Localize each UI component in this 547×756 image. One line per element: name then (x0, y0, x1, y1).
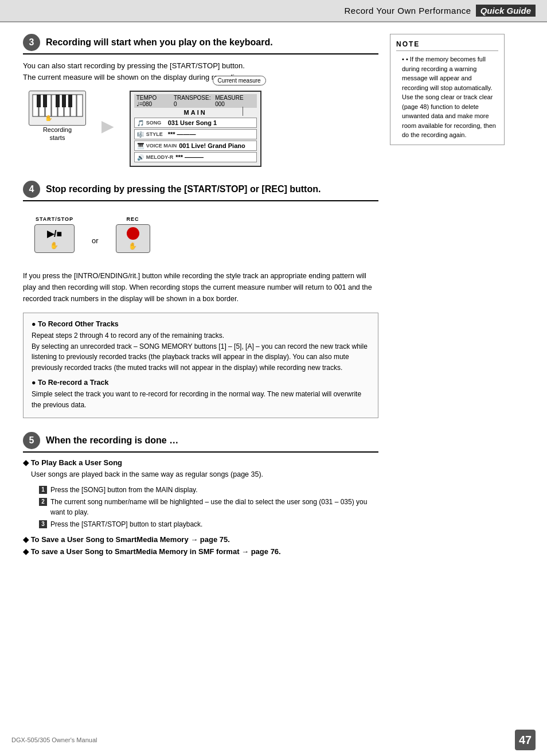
measure-callout: Current measure (213, 76, 266, 85)
keyboard-diagram: ✋ Recording starts (29, 91, 86, 142)
sub3-heading: To save a User Song to SmartMedia Memory… (23, 547, 378, 556)
svg-text:✋: ✋ (45, 114, 53, 121)
start-stop-button-diagram: START/STOP ▶/■ ✋ (34, 216, 75, 253)
display-main-label: MAIN (134, 109, 257, 116)
svg-rect-11 (62, 95, 66, 107)
page-header: Record Your Own Performance Quick Guide (0, 0, 547, 22)
recording-starts-label: Recording starts (43, 126, 72, 142)
main-column: 3 Recording will start when you play on … (23, 34, 378, 570)
display-melody-row: 🔊 MELODY-R *** ——— (134, 152, 257, 162)
sub2-heading: To Save a User Song to SmartMedia Memory… (23, 535, 378, 544)
info-text2: Simple select the track you want to re-r… (32, 389, 370, 410)
step5-circle: 5 (23, 432, 40, 449)
note-box: NOTE • If the memory becomes full during… (390, 34, 505, 145)
header-quick-guide: Quick Guide (476, 5, 536, 17)
step3-header: 3 Recording will start when you play on … (23, 34, 378, 54)
info-section2: To Re-record a Track Simple select the t… (32, 379, 370, 410)
step3-circle: 3 (23, 34, 40, 51)
step4-desc: If you press the [INTRO/ENDING/rit.] but… (23, 270, 378, 305)
svg-rect-7 (77, 95, 83, 116)
svg-rect-12 (68, 95, 72, 107)
step3-desc1: You can also start recording by pressing… (23, 60, 378, 83)
page-number: 47 (515, 730, 536, 750)
step3-title: Recording will start when you play on th… (46, 37, 273, 48)
footer-manual: DGX-505/305 Owner's Manual (11, 736, 97, 743)
num-item-1: 1 Press the [SONG] button from the MAIN … (39, 485, 378, 496)
display-screen: Current measure TEMPO ♩=080 TRANSPOSE: 0… (130, 91, 261, 167)
or-label: or (92, 236, 99, 245)
callout-line (243, 107, 243, 116)
step4-buttons-area: START/STOP ▶/■ ✋ or REC ✋ (23, 207, 378, 262)
step4-section: 4 Stop recording by pressing the [START/… (23, 181, 378, 418)
side-column: NOTE • If the memory becomes full during… (390, 34, 505, 570)
step4-circle: 4 (23, 181, 40, 198)
page-footer: DGX-505/305 Owner's Manual 47 (0, 730, 547, 750)
step3-section: 3 Recording will start when you play on … (23, 34, 378, 167)
svg-rect-10 (56, 95, 60, 107)
display-song-row: 🎵 SONG 031 User Song 1 (134, 118, 257, 128)
start-stop-btn-box: ▶/■ ✋ (34, 224, 75, 253)
step5-title: When the recording is done … (46, 435, 178, 446)
svg-rect-8 (37, 95, 41, 107)
info-box: To Record Other Tracks Repeat steps 2 th… (23, 313, 378, 418)
keyboard-svg: ✋ (32, 93, 83, 121)
display-screen-inner: TEMPO ♩=080 TRANSPOSE: 0 MEASURE 000 MAI… (131, 92, 260, 166)
info-heading1: To Record Other Tracks (32, 320, 370, 328)
svg-rect-9 (43, 95, 47, 107)
header-title: Record Your Own Performance (345, 6, 471, 15)
step4-header: 4 Stop recording by pressing the [START/… (23, 181, 378, 201)
step5-header: 5 When the recording is done … (23, 432, 378, 453)
num-item-3: 3 Press the [START/STOP] button to start… (39, 519, 378, 530)
rec-button-diagram: REC ✋ (116, 216, 150, 253)
step5-content: To Play Back a User Song User songs are … (23, 458, 378, 556)
step3-display-area: ✋ Recording starts ► Current measure (23, 91, 378, 167)
start-stop-icon: ▶/■ (47, 228, 62, 239)
note-text: • If the memory becomes full during reco… (396, 54, 498, 140)
arrow-right: ► (97, 114, 118, 138)
numbered-list: 1 Press the [SONG] button from the MAIN … (39, 485, 378, 529)
sub1-heading: To Play Back a User Song (23, 458, 378, 467)
rec-label: REC (127, 216, 139, 222)
info-text1b: By selecting an unrecorded track – SONG … (32, 341, 370, 373)
sub1-desc: User songs are played back in the same w… (31, 469, 378, 480)
display-style-row: 🎼 STYLE *** ——— (134, 129, 257, 139)
step5-section: 5 When the recording is done … To Play B… (23, 432, 378, 556)
rec-btn-box: ✋ (116, 224, 150, 253)
display-voice-row: 🎹 VOICE MAIN 001 Live! Grand Piano (134, 141, 257, 151)
info-text1a: Repeat steps 2 through 4 to record any o… (32, 330, 370, 341)
start-stop-label: START/STOP (36, 216, 73, 222)
step4-title: Stop recording by pressing the [START/ST… (46, 184, 321, 194)
info-heading2: To Re-record a Track (32, 379, 370, 387)
note-header: NOTE (396, 39, 498, 51)
info-section1: To Record Other Tracks Repeat steps 2 th… (32, 320, 370, 373)
page-content: 3 Recording will start when you play on … (0, 22, 547, 581)
display-top-bar: TEMPO ♩=080 TRANSPOSE: 0 MEASURE 000 (134, 94, 257, 108)
num-item-2: 2 The current song number/name will be h… (39, 497, 378, 518)
keyboard-body: ✋ (29, 91, 86, 126)
rec-dot (127, 227, 139, 240)
